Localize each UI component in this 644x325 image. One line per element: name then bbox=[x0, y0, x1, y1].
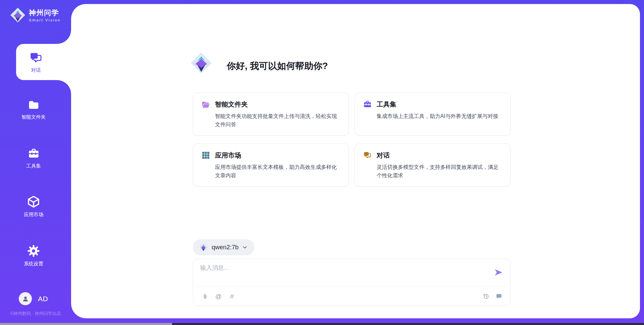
model-selector[interactable]: qwen2:7b bbox=[193, 239, 254, 255]
cube-icon bbox=[27, 195, 40, 208]
person-icon bbox=[21, 295, 30, 303]
mention-icon[interactable]: @ bbox=[215, 293, 222, 300]
toolbox-icon bbox=[363, 100, 372, 109]
gear-icon bbox=[27, 244, 40, 258]
tab-fillet-top bbox=[57, 30, 71, 44]
chat-icon bbox=[29, 51, 43, 65]
brand-subtitle: Smart Vision bbox=[29, 18, 61, 22]
card-description: 集成市场上主流工具，助力AI与外界无缝扩展与对接 bbox=[377, 112, 501, 120]
sidebar-item-settings[interactable]: 系统设置 bbox=[0, 244, 67, 267]
card-app-market[interactable]: 应用市场 应用市场提供丰富长文本模板，助力高效生成多样化文章内容 bbox=[193, 143, 349, 187]
message-input[interactable] bbox=[200, 264, 489, 271]
model-name: qwen2:7b bbox=[212, 244, 238, 251]
greeting-block: 你好, 我可以如何帮助你? bbox=[191, 52, 328, 74]
quick-phrase-icon[interactable] bbox=[495, 293, 502, 300]
user-account[interactable]: AD bbox=[19, 292, 48, 305]
sidebar-item-label: 系统设置 bbox=[24, 261, 43, 267]
history-icon[interactable] bbox=[483, 293, 490, 300]
message-composer: @ # bbox=[193, 259, 511, 306]
chat-icon bbox=[363, 151, 372, 160]
card-chat[interactable]: 对话 灵活切换多模型文件，支持多样回复效果调试，满足个性化需求 bbox=[355, 143, 511, 187]
attachment-icon[interactable] bbox=[202, 293, 209, 300]
window-edge-strip bbox=[172, 323, 644, 325]
brand-gem-icon bbox=[191, 52, 212, 74]
avatar bbox=[19, 292, 32, 305]
window-edge-strip bbox=[0, 323, 172, 325]
sidebar-item-label: 对话 bbox=[31, 67, 41, 73]
main-content-panel: 你好, 我可以如何帮助你? 智能文件夹 智能文件夹功能支持批量文件上传与清洗，轻… bbox=[71, 4, 640, 318]
card-title: 应用市场 bbox=[215, 151, 241, 160]
chevron-down-icon bbox=[242, 244, 248, 250]
feature-cards: 智能文件夹 智能文件夹功能支持批量文件上传与清洗，轻松实现文件问答 工具集 集成… bbox=[193, 92, 511, 187]
topic-icon[interactable]: # bbox=[228, 293, 235, 300]
card-description: 智能文件夹功能支持批量文件上传与清洗，轻松实现文件问答 bbox=[215, 112, 340, 129]
composer-tools-left: @ # bbox=[202, 293, 235, 300]
user-name: AD bbox=[38, 295, 48, 303]
card-title: 工具集 bbox=[377, 100, 396, 109]
send-icon[interactable] bbox=[494, 268, 503, 277]
card-description: 应用市场提供丰富长文本模板，助力高效生成多样化文章内容 bbox=[215, 163, 340, 180]
composer-divider bbox=[198, 286, 505, 287]
sidebar-item-label: 智能文件夹 bbox=[21, 114, 46, 120]
sidebar-item-smart-folder[interactable]: 智能文件夹 bbox=[0, 99, 67, 120]
brand-title: 神州问学 bbox=[29, 8, 61, 17]
model-gem-icon bbox=[199, 243, 208, 252]
folder-open-icon bbox=[201, 100, 210, 109]
card-title: 智能文件夹 bbox=[215, 100, 248, 109]
brand-gem-icon bbox=[10, 7, 25, 23]
composer-tools-right bbox=[483, 293, 502, 300]
card-title: 对话 bbox=[377, 151, 390, 160]
card-smart-folder[interactable]: 智能文件夹 智能文件夹功能支持批量文件上传与清洗，轻松实现文件问答 bbox=[193, 92, 349, 136]
sidebar-item-label: 应用市场 bbox=[24, 211, 43, 218]
tab-fillet-bottom bbox=[57, 80, 71, 94]
sidebar-item-toolset[interactable]: 工具集 bbox=[0, 147, 67, 169]
folder-icon bbox=[28, 99, 40, 111]
sidebar-item-label: 工具集 bbox=[26, 163, 41, 169]
grid-blocks-icon bbox=[201, 151, 210, 160]
sidebar-item-app-market[interactable]: 应用市场 bbox=[0, 195, 67, 218]
copyright-text: ©神州数码 · 神州问学出品 bbox=[0, 311, 71, 317]
sidebar-item-chat[interactable]: 对话 bbox=[16, 44, 76, 80]
card-description: 灵活切换多模型文件，支持多样回复效果调试，满足个性化需求 bbox=[377, 163, 501, 180]
greeting-title: 你好, 我可以如何帮助你? bbox=[227, 60, 328, 72]
app-logo: 神州问学 Smart Vision bbox=[10, 7, 61, 23]
card-toolset[interactable]: 工具集 集成市场上主流工具，助力AI与外界无缝扩展与对接 bbox=[355, 92, 511, 136]
toolbox-icon bbox=[28, 147, 40, 160]
